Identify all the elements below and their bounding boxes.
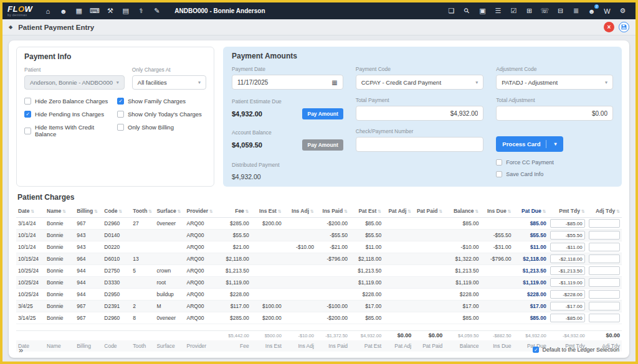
home-icon[interactable]: ⌂	[40, 4, 55, 18]
support-icon[interactable]: ☏	[537, 4, 553, 18]
pmt_tdy-input[interactable]	[550, 278, 585, 287]
settings-icon[interactable]: ⚙	[615, 4, 631, 18]
pmt_tdy-input[interactable]	[550, 219, 585, 228]
flow-logo[interactable]: FLOW by dentimax	[7, 5, 32, 17]
pmt_tdy-input[interactable]	[550, 243, 585, 251]
cell-code: D6010	[102, 253, 131, 265]
sort-icon: ⇅	[344, 209, 348, 213]
col-pat_due[interactable]: Pat Due⇅	[513, 205, 548, 218]
adj_tdy-input[interactable]	[589, 314, 620, 322]
payments-icon[interactable]: ⌨	[87, 4, 102, 18]
col-name[interactable]: Name⇅	[45, 205, 75, 218]
col-pat_adj[interactable]: Pat Adj⇅	[383, 205, 413, 218]
checkbox-hide-zero-balance-charges[interactable]: Hide Zero Balance Charges	[24, 98, 113, 105]
table-row[interactable]: 10/25/24Bonnie944D2950buildupARQ00$228.0…	[16, 289, 622, 301]
adj_tdy-input[interactable]	[589, 231, 620, 240]
facility-select[interactable]: All facilities ▾	[132, 75, 206, 90]
adj_tdy-input[interactable]	[589, 243, 620, 251]
patients-icon[interactable]: ☻	[55, 4, 71, 18]
cell-ins_est: $200.00	[251, 312, 283, 324]
table-row[interactable]: 3/14/24Bonnie967D2960270veneerARQ00$285.…	[16, 218, 622, 230]
process-card-button[interactable]: Process Card ▾	[496, 136, 563, 152]
col-ins_adj[interactable]: Ins Adj⇅	[283, 205, 316, 218]
cell-tooth	[131, 230, 155, 241]
col-balance[interactable]: Balance⇅	[444, 205, 480, 218]
tooth-icon[interactable]: W	[599, 4, 615, 18]
col-ins_paid[interactable]: Ins Paid⇅	[316, 205, 350, 218]
sort-icon: ⇅	[178, 209, 181, 213]
adj_tdy-input[interactable]	[589, 278, 620, 287]
col-surface[interactable]: Surface⇅	[155, 205, 184, 218]
pmt_tdy-input[interactable]	[550, 290, 585, 299]
col-adj_tdy[interactable]: Adj Tdy⇅	[587, 205, 622, 218]
adj_tdy-input[interactable]	[589, 302, 620, 310]
checkbox-only-show-billing[interactable]: Only Show Billing	[117, 124, 206, 131]
checkbox-hide-pending-ins-charges[interactable]: ✓Hide Pending Ins Charges	[24, 111, 113, 118]
col-fee[interactable]: Fee⇅	[215, 205, 251, 218]
patient-select[interactable]: Anderson, Bonnie - ANDBO000 ▾	[24, 75, 125, 90]
sort-icon: ⇅	[616, 209, 620, 213]
inbox-icon[interactable]: ⊟	[553, 4, 568, 18]
table-row[interactable]: 10/15/24Bonnie964D601013ARQ00$2,118.00-$…	[16, 253, 622, 265]
checkbox-show-only-today-s-charges[interactable]: Show Only Today's Charges	[117, 111, 206, 118]
tasks-icon[interactable]: ☑	[506, 4, 521, 18]
col-ins_due[interactable]: Ins Due⇅	[480, 205, 513, 218]
card-payment-icon[interactable]: ▣	[475, 4, 490, 18]
patient-alerts-icon[interactable]: ☻2	[584, 4, 599, 18]
col-billing[interactable]: Billing⇅	[75, 205, 102, 218]
pmt_tdy-input[interactable]	[550, 302, 585, 310]
col-provider[interactable]: Provider⇅	[185, 205, 215, 218]
checkbox-force-cc-payment[interactable]: Force CC Payment	[496, 159, 613, 166]
pmt_tdy-input[interactable]	[550, 266, 585, 275]
col-tooth[interactable]: Tooth⇅	[131, 205, 155, 218]
total-adjustment-input[interactable]	[496, 106, 613, 121]
cell-name: Bonnie	[45, 312, 75, 324]
col-code[interactable]: Code⇅	[102, 205, 131, 218]
table-row[interactable]: 3/14/25Bonnie967D296080veneerARQ00$285.0…	[16, 312, 622, 324]
tools-icon[interactable]: ⚒	[102, 4, 118, 18]
adj_tdy-input[interactable]	[589, 290, 620, 299]
pay-estimate-button[interactable]: Pay Amount	[302, 108, 343, 119]
pmt_tdy-input[interactable]	[550, 231, 585, 240]
adj_tdy-input[interactable]	[589, 219, 620, 228]
checkbox-hide-items-with-credit-balance[interactable]: Hide Items With Credit Balance	[24, 124, 113, 138]
table-row[interactable]: 3/4/25Bonnie967D23912MARQ00$117.00$100.0…	[16, 301, 622, 312]
chevron-down-icon: ▾	[555, 141, 557, 147]
search-icon[interactable]: ⚲	[459, 4, 475, 18]
pay-balance-button[interactable]: Pay Amount	[302, 139, 343, 151]
col-ins_est[interactable]: Ins Est⇅	[251, 205, 283, 218]
expand-panel-icon[interactable]: »	[19, 346, 23, 354]
table-row[interactable]: 10/25/24Bonnie944D27505crownARQ00$1,213.…	[16, 265, 622, 277]
table-row[interactable]: 10/1/24Bonnie943D0140ARQ00$55.50-$55.50$…	[16, 230, 622, 241]
claims-icon[interactable]: ≣	[568, 4, 584, 18]
adj_tdy-input[interactable]	[589, 254, 620, 263]
total-payment-input[interactable]	[356, 106, 484, 121]
calculator-icon[interactable]: ⊞	[521, 4, 537, 18]
save-button[interactable]	[619, 22, 629, 32]
checkbox-save-card-info[interactable]: Save Card Info	[496, 171, 613, 177]
col-pat_est[interactable]: Pat Est⇅	[350, 205, 383, 218]
payment-code-select[interactable]: CCPAY - Credit Card Payment ▾	[356, 75, 484, 90]
statements-icon[interactable]: ❏	[444, 4, 459, 18]
menu-list-icon[interactable]: ☰	[490, 4, 506, 18]
ledger-icon[interactable]: ✎	[149, 4, 164, 18]
table-row[interactable]: 10/25/24Bonnie944D3330rootARQ00$1,119.00…	[16, 277, 622, 289]
pmt_tdy-input[interactable]	[550, 254, 585, 263]
adj_tdy-input[interactable]	[589, 266, 620, 275]
close-button[interactable]: ×	[604, 22, 614, 32]
payment-date-input[interactable]: 11/17/2025 ▦	[232, 75, 343, 90]
adjustment-code-select[interactable]: PATADJ - Adjustment ▾	[496, 75, 613, 90]
pmt_tdy-input[interactable]	[550, 314, 585, 322]
schedule-icon[interactable]: ▦	[71, 4, 87, 18]
check-number-input[interactable]	[356, 137, 484, 152]
table-row[interactable]: 10/1/24Bonnie943D0220ARQ00$21.00-$10.00-…	[16, 241, 622, 253]
col-pat_paid[interactable]: Pat Paid⇅	[413, 205, 444, 218]
sort-icon: ⇅	[378, 209, 381, 213]
calendar-icon[interactable]: ▦	[331, 79, 337, 86]
col-date[interactable]: Date⇅	[16, 205, 45, 218]
ledger-default-checkbox[interactable]: ✓ Default to the Ledger Selection	[533, 347, 619, 353]
clinical-icon[interactable]: ⚕	[133, 4, 149, 18]
checkbox-show-family-charges[interactable]: ✓Show Family Charges	[117, 98, 206, 105]
col-pmt_tdy[interactable]: Pmt Tdy⇅	[548, 205, 587, 218]
reports-icon[interactable]: ▤	[118, 4, 133, 18]
